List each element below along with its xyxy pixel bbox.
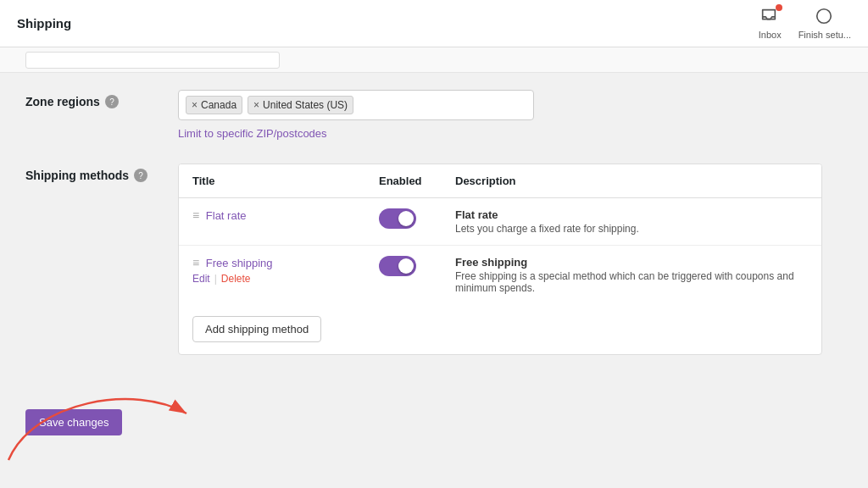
finish-setup-icon [815,7,833,25]
free-shipping-edit-button[interactable]: Edit [192,273,210,285]
free-shipping-desc-cell: Free shipping Free shipping is a special… [442,246,821,305]
methods-table-head: Title Enabled Description [179,164,821,198]
action-divider: | [214,273,217,285]
region-tag-us[interactable]: × United States (US) [248,96,353,114]
inbox-icon-wrap [760,7,780,27]
methods-table: Title Enabled Description ≡ Flat rate [179,164,821,304]
flat-rate-slider [379,208,416,229]
bottom-bar: Save changes [0,396,868,449]
finish-setup-button[interactable]: Finish setu... [798,7,851,40]
zone-regions-label-col: Zone regions ? [25,90,178,108]
free-shipping-title-cell: ≡ Free shipping Edit | Delete [179,246,365,305]
header-actions: Inbox Finish setu... [759,7,851,40]
free-shipping-name[interactable]: Free shipping [206,257,273,269]
add-method-row: Add shipping method [179,304,821,354]
methods-table-body: ≡ Flat rate Flat [179,198,821,305]
flat-rate-title-cell: ≡ Flat rate [179,198,365,246]
shipping-methods-field-col: Title Enabled Description ≡ Flat rate [178,164,843,355]
svg-point-0 [817,9,832,24]
methods-table-header-row: Title Enabled Description [179,164,821,198]
flat-rate-drag-handle[interactable]: ≡ [192,208,199,222]
methods-table-wrap: Title Enabled Description ≡ Flat rate [178,164,822,355]
free-shipping-toggle[interactable] [379,256,416,276]
free-shipping-delete-button[interactable]: Delete [221,273,251,285]
flat-rate-desc-cell: Flat rate Lets you charge a fixed rate f… [442,198,821,246]
region-tag-canada[interactable]: × Canada [186,96,242,114]
zone-regions-help-icon[interactable]: ? [105,95,119,108]
finish-setup-label: Finish setu... [798,30,851,40]
shipping-methods-label: Shipping methods [25,169,129,182]
save-button[interactable]: Save changes [25,409,122,435]
zip-postcodes-link[interactable]: Limit to specific ZIP/postcodes [178,127,327,140]
table-row: ≡ Flat rate Flat [179,198,821,246]
inbox-badge [776,4,782,11]
top-bar: Shipping Inbox Finish setu.. [0,0,868,47]
free-shipping-desc-text: Free shipping is a special method which … [455,270,808,294]
flat-rate-toggle-cell [365,198,442,246]
col-enabled: Enabled [365,164,442,198]
free-shipping-drag-handle[interactable]: ≡ [192,256,199,269]
flat-rate-toggle[interactable] [379,208,416,229]
scroll-hint [0,47,868,73]
shipping-methods-help-icon[interactable]: ? [134,169,147,182]
zone-regions-row: Zone regions ? × Canada × United States … [25,90,843,140]
shipping-methods-row: Shipping methods ? Title Enabled Descrip… [25,164,843,355]
flat-rate-desc-text: Lets you charge a fixed rate for shippin… [455,223,808,235]
inbox-label: Inbox [759,30,782,40]
zone-regions-label: Zone regions [25,95,100,108]
page-title: Shipping [17,16,71,30]
add-shipping-method-button[interactable]: Add shipping method [192,316,321,342]
free-shipping-slider [379,256,416,276]
free-shipping-actions: Edit | Delete [192,273,352,285]
free-shipping-desc-title: Free shipping [455,256,808,269]
region-us-label: United States (US) [263,99,348,111]
free-shipping-toggle-cell [365,246,442,305]
main-content: Zone regions ? × Canada × United States … [0,73,868,396]
col-title: Title [179,164,365,198]
finish-setup-icon-wrap [815,7,835,27]
regions-box[interactable]: × Canada × United States (US) [178,90,534,120]
remove-canada-icon[interactable]: × [192,99,198,111]
zone-regions-field-col: × Canada × United States (US) Limit to s… [178,90,843,140]
col-description: Description [442,164,821,198]
scroll-hint-input [25,52,280,69]
table-row: ≡ Free shipping Edit | Delete [179,246,821,305]
inbox-button[interactable]: Inbox [759,7,782,40]
flat-rate-desc-title: Flat rate [455,208,808,221]
remove-us-icon[interactable]: × [253,99,259,111]
shipping-methods-label-col: Shipping methods ? [25,164,178,182]
flat-rate-name[interactable]: Flat rate [206,209,247,222]
region-canada-label: Canada [201,99,236,111]
